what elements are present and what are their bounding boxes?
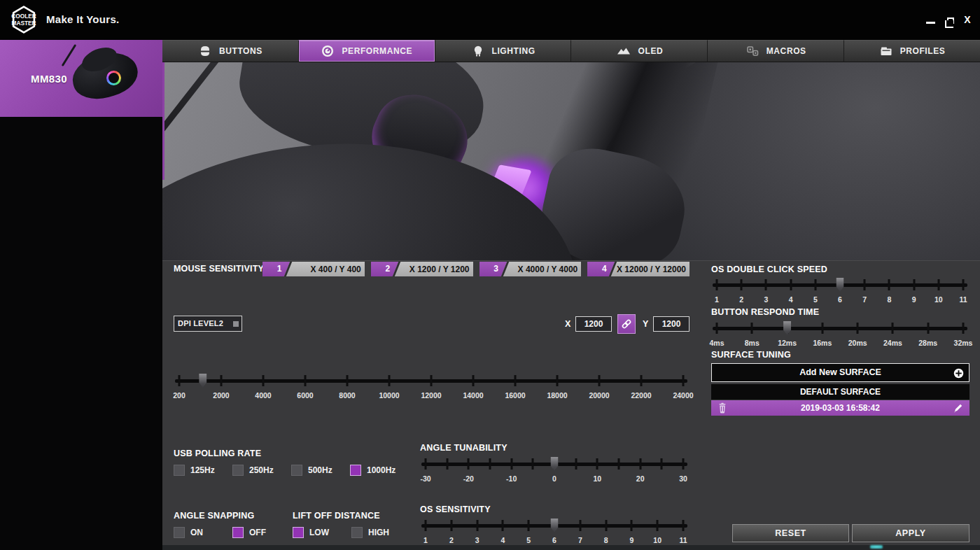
- slider-handle[interactable]: [550, 519, 559, 533]
- dpi-level-dropdown[interactable]: DPI LEVEL2: [174, 316, 242, 332]
- lift-off-options: LOW HIGH: [293, 527, 410, 538]
- add-surface-button[interactable]: Add New SURFACE: [711, 363, 969, 382]
- checkbox-label: 1000Hz: [367, 465, 396, 475]
- slider-handle[interactable]: [836, 278, 845, 292]
- checkbox-angle-on[interactable]: ON: [174, 527, 232, 538]
- restore-button[interactable]: [943, 14, 955, 25]
- close-button[interactable]: X: [961, 14, 974, 25]
- slider-tick: [741, 279, 743, 290]
- sensitivity-level-2[interactable]: 2 X 1200 / Y 1200: [371, 262, 473, 276]
- button-respond-label: BUTTON RESPOND TIME: [711, 307, 819, 317]
- checkbox-high[interactable]: HIGH: [351, 527, 410, 538]
- slider-tick: [450, 520, 452, 531]
- sensitivity-level-1[interactable]: 1 X 400 / Y 400: [262, 262, 365, 276]
- slider-tick: [821, 323, 823, 334]
- restore-icon: [947, 17, 954, 24]
- slider-tick-label: 20ms: [848, 339, 867, 347]
- slider-tick: [605, 520, 607, 531]
- apply-button[interactable]: APPLY: [852, 524, 969, 542]
- slider-tick: [476, 520, 478, 531]
- button-respond-slider[interactable]: 4ms8ms12ms16ms20ms24ms28ms32ms: [710, 320, 970, 353]
- surface-item-default[interactable]: DEFAULT SURFACE: [711, 384, 969, 400]
- device-card-mm830[interactable]: MM830: [0, 40, 162, 117]
- slider-tick: [962, 323, 965, 334]
- tab-profiles[interactable]: PROFILES: [844, 40, 980, 62]
- checkbox-angle-off[interactable]: OFF: [232, 527, 291, 538]
- surface-item-custom[interactable]: 2019-03-03 16:58:42: [711, 400, 969, 416]
- slider-tick: [425, 520, 427, 531]
- dpi-y-input[interactable]: [653, 316, 690, 332]
- checkbox-1000hz[interactable]: 1000Hz: [350, 465, 409, 476]
- dropdown-arrow-icon: [233, 321, 239, 327]
- tab-oled[interactable]: OLED: [570, 40, 707, 62]
- os-double-click-slider[interactable]: 1234567891011: [710, 277, 970, 309]
- checkbox-500hz[interactable]: 500Hz: [291, 465, 350, 476]
- slider-tick: [639, 458, 641, 470]
- titlebar: COOLER MASTER Make It Yours. X: [0, 0, 980, 40]
- slider-tick: [962, 279, 965, 290]
- slider-tick-label: 24ms: [883, 339, 902, 347]
- slider-tick: [716, 279, 718, 290]
- angle-tunability-slider[interactable]: -30-20-100102030: [419, 456, 690, 488]
- slider-handle[interactable]: [550, 457, 559, 471]
- slider-tick: [682, 520, 685, 531]
- tab-buttons[interactable]: BUTTONS: [162, 40, 298, 62]
- sensitivity-levels: 1 X 400 / Y 400 2 X 1200 / Y 1200 3 X 40…: [262, 262, 690, 276]
- slider-tick-label: 5: [813, 295, 818, 304]
- dpi-slider[interactable]: 2002000400060008000100001200014000160001…: [172, 373, 690, 405]
- checkbox-low[interactable]: LOW: [293, 527, 351, 538]
- tab-performance[interactable]: PERFORMANCE: [298, 40, 435, 62]
- slider-tick-label: 11: [679, 536, 687, 544]
- dpi-x-input[interactable]: [575, 316, 612, 332]
- tab-macros[interactable]: MACROS: [707, 40, 844, 62]
- level-number: 2: [379, 262, 396, 276]
- slider-tick-label: 0: [552, 474, 556, 483]
- slider-tick: [346, 375, 349, 386]
- slider-tick-label: 20: [636, 474, 645, 483]
- os-sensitivity-slider[interactable]: 1234567891011: [419, 518, 690, 550]
- checkbox-label: 125Hz: [190, 465, 215, 475]
- brand-tagline: Make It Yours.: [46, 13, 120, 25]
- close-icon: X: [964, 14, 970, 25]
- minimize-button[interactable]: [924, 14, 937, 25]
- checkbox-box: [174, 527, 185, 538]
- slider-tick: [178, 375, 181, 386]
- tab-lighting[interactable]: LIGHTING: [435, 40, 571, 62]
- slider-tick-label: 12ms: [778, 339, 797, 347]
- checkbox-box: [293, 527, 304, 538]
- logo-text-top: COOLER: [11, 13, 36, 20]
- angle-tunability-label: ANGLE TUNABILITY: [420, 443, 507, 453]
- sensitivity-level-3[interactable]: 3 X 4000 / Y 4000: [479, 262, 582, 276]
- coolermaster-logo-icon: COOLER MASTER: [9, 5, 38, 34]
- edit-pencil-icon[interactable]: [953, 402, 964, 414]
- slider-handle[interactable]: [198, 374, 207, 388]
- slider-tick: [510, 458, 512, 470]
- mouse-thumb-cable: [62, 44, 77, 66]
- slider-tick-label: 2000: [213, 391, 229, 400]
- sensitivity-level-4[interactable]: 4 X 12000 / Y 12000: [587, 262, 690, 276]
- slider-tick-label: 24000: [673, 391, 693, 400]
- slider-tick-label: 22000: [631, 391, 651, 400]
- level-number: 1: [271, 262, 288, 276]
- reset-button[interactable]: RESET: [732, 524, 849, 542]
- link-chain-icon: [620, 318, 633, 330]
- slider-tick-label: 18000: [547, 391, 567, 400]
- xy-link-toggle[interactable]: [617, 314, 636, 334]
- level-value: X 12000 / Y 12000: [617, 262, 686, 276]
- level-number: 4: [596, 262, 612, 276]
- checkbox-box: [232, 465, 244, 476]
- slider-tick-label: 9: [629, 536, 634, 544]
- checkbox-250hz[interactable]: 250Hz: [232, 465, 291, 476]
- logo-text-bottom: MASTER: [11, 20, 36, 27]
- slider-tick-label: 10: [653, 536, 662, 544]
- slider-handle[interactable]: [783, 321, 792, 335]
- slider-tick-label: 10: [934, 295, 943, 304]
- checkbox-125hz[interactable]: 125Hz: [174, 465, 232, 476]
- performance-gauge-icon: [321, 44, 335, 58]
- slider-tick-label: 4: [500, 536, 505, 544]
- slider-tick: [937, 279, 939, 290]
- slider-tick: [579, 520, 581, 531]
- checkbox-box: [351, 527, 363, 538]
- slider-tick: [472, 375, 475, 386]
- slider-tick-label: 6000: [297, 391, 313, 400]
